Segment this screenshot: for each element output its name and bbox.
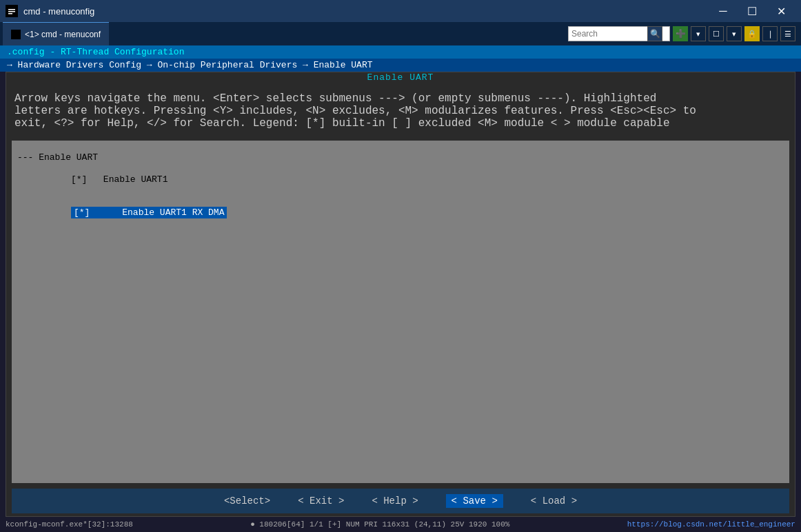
dialog-title: Enable UART xyxy=(6,72,795,83)
status-link[interactable]: https://blog.csdn.net/little_engineer xyxy=(627,520,795,529)
split-button[interactable]: ❘ xyxy=(762,26,778,41)
tab-right-controls: 🔍 ➕ ▾ ☐ ▾ 🔒 ❘ ☰ xyxy=(568,22,801,45)
exit-button[interactable]: < Exit > xyxy=(298,494,344,508)
svg-rect-2 xyxy=(8,11,15,12)
search-button[interactable]: 🔍 xyxy=(647,26,662,41)
tab-label: <1> cmd - menuconf xyxy=(25,30,101,39)
add-button[interactable]: ➕ xyxy=(673,26,688,41)
status-bar: kconfig-mconf.exe*[32]:13288 ● 180206[64… xyxy=(0,517,801,532)
svg-rect-3 xyxy=(8,13,12,14)
path-bar-text: → Hardware Drivers Config → On-chip Peri… xyxy=(7,60,373,70)
menu-title: --- Enable UART xyxy=(17,152,784,163)
search-input[interactable] xyxy=(571,29,647,39)
dropdown2-button[interactable]: ▾ xyxy=(727,26,742,41)
tab-bar: <1> cmd - menuconf 🔍 ➕ ▾ ☐ ▾ 🔒 ❘ ☰ xyxy=(0,22,801,45)
tab-cmd-menuconf[interactable]: <1> cmd - menuconf xyxy=(3,22,109,45)
save-button[interactable]: < Save > xyxy=(446,494,503,508)
menu-item-1-label: Enable UART1 xyxy=(103,174,168,185)
help-button[interactable]: < Help > xyxy=(372,494,418,508)
terminal-body: .config - RT-Thread Configuration → Hard… xyxy=(0,45,801,532)
app-icon xyxy=(6,5,18,17)
bottom-buttons: <Select> < Exit > < Help > < Save > < Lo… xyxy=(12,489,789,513)
tab-icon xyxy=(11,30,21,39)
help-section: Arrow keys navigate the menu. <Enter> se… xyxy=(6,87,795,135)
window-controls: ─ ☐ ✕ xyxy=(709,0,795,22)
list-item[interactable]: [*] Enable UART1 RX DMA xyxy=(17,196,784,229)
minimize-button[interactable]: ─ xyxy=(709,0,738,22)
status-center: ● 180206[64] 1/1 [+] NUM PRI 116x31 (24,… xyxy=(250,520,509,529)
status-left: kconfig-mconf.exe*[32]:13288 xyxy=(6,520,133,529)
help-line-3: exit, <?> for Help, </> for Search. Lege… xyxy=(14,117,787,130)
lock-button[interactable]: 🔒 xyxy=(744,26,760,41)
menu-item-2-selected: [*] Enable UART1 RX DMA xyxy=(71,207,227,218)
dialog-title-text: Enable UART xyxy=(367,72,434,83)
window-title: cmd - menuconfig xyxy=(23,6,703,17)
menu-button[interactable]: ☰ xyxy=(780,26,795,41)
load-button[interactable]: < Load > xyxy=(531,494,577,508)
select-button[interactable]: <Select> xyxy=(224,494,270,508)
help-line-2: letters are hotkeys. Pressing <Y> includ… xyxy=(14,105,787,117)
list-item[interactable]: [*] Enable UART1 xyxy=(17,163,784,196)
close-button[interactable]: ✕ xyxy=(767,0,795,22)
dropdown-button[interactable]: ▾ xyxy=(691,26,706,41)
config-bar: .config - RT-Thread Configuration xyxy=(0,45,801,59)
path-bar: → Hardware Drivers Config → On-chip Peri… xyxy=(0,59,801,72)
menu-section: --- Enable UART [*] Enable UART1 [*] Ena… xyxy=(12,141,789,483)
content-window: Enable UART Arrow keys navigate the menu… xyxy=(6,72,795,517)
search-box: 🔍 xyxy=(568,26,670,41)
view-button[interactable]: ☐ xyxy=(709,26,724,41)
maximize-button[interactable]: ☐ xyxy=(738,0,767,22)
help-line-1: Arrow keys navigate the menu. <Enter> se… xyxy=(14,92,787,105)
svg-rect-1 xyxy=(8,9,15,10)
config-bar-text: .config - RT-Thread Configuration xyxy=(7,47,184,57)
menu-item-1-checkbox: [*] xyxy=(71,174,103,185)
title-bar: cmd - menuconfig ─ ☐ ✕ xyxy=(0,0,801,22)
